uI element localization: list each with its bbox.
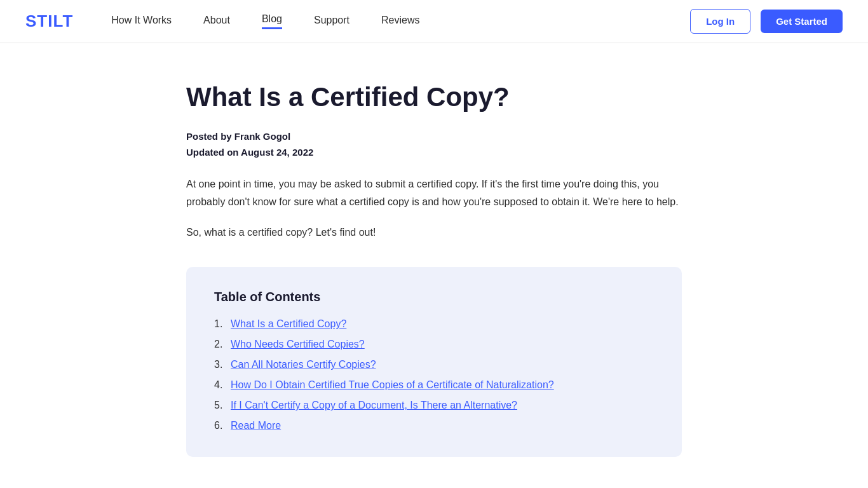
toc-item: 5. If I Can't Certify a Copy of a Docume… <box>214 400 654 411</box>
article-intro: At one point in time, you may be asked t… <box>186 175 682 211</box>
toc-number: 3. <box>214 359 227 370</box>
toc-number: 2. <box>214 339 227 350</box>
toc-item: 6. Read More <box>214 420 654 431</box>
table-of-contents: Table of Contents 1. What Is a Certified… <box>186 267 682 457</box>
toc-number: 1. <box>214 318 227 330</box>
brand-logo[interactable]: STILT <box>25 11 73 31</box>
nav-link-reviews[interactable]: Reviews <box>381 15 419 29</box>
get-started-button[interactable]: Get Started <box>761 10 843 33</box>
toc-link-3[interactable]: Can All Notaries Certify Copies? <box>231 359 376 370</box>
article-meta: Posted by Frank Gogol Updated on August … <box>186 131 682 158</box>
toc-number: 6. <box>214 420 227 431</box>
login-button[interactable]: Log In <box>690 9 750 34</box>
main-content: What Is a Certified Copy? Posted by Fran… <box>173 43 695 488</box>
article-title: What Is a Certified Copy? <box>186 81 682 113</box>
article-teaser: So, what is a certified copy? Let's find… <box>186 224 682 241</box>
toc-link-2[interactable]: Who Needs Certified Copies? <box>231 339 365 350</box>
toc-link-1[interactable]: What Is a Certified Copy? <box>231 318 346 330</box>
nav-links: How It Works About Blog Support Reviews <box>111 13 690 29</box>
nav-link-blog[interactable]: Blog <box>262 13 282 29</box>
toc-number: 5. <box>214 400 227 411</box>
toc-link-read-more[interactable]: Read More <box>231 420 281 431</box>
article-updated: Updated on August 24, 2022 <box>186 147 682 158</box>
nav-link-support[interactable]: Support <box>314 15 349 29</box>
navbar: STILT How It Works About Blog Support Re… <box>0 0 868 43</box>
toc-link-4[interactable]: How Do I Obtain Certified True Copies of… <box>231 379 554 391</box>
article-author: Posted by Frank Gogol <box>186 131 682 142</box>
toc-item: 1. What Is a Certified Copy? <box>214 318 654 330</box>
toc-list: 1. What Is a Certified Copy? 2. Who Need… <box>214 318 654 431</box>
toc-link-5[interactable]: If I Can't Certify a Copy of a Document,… <box>231 400 517 411</box>
toc-item: 2. Who Needs Certified Copies? <box>214 339 654 350</box>
navbar-actions: Log In Get Started <box>690 9 843 34</box>
toc-item: 4. How Do I Obtain Certified True Copies… <box>214 379 654 391</box>
nav-link-about[interactable]: About <box>203 15 230 29</box>
toc-number: 4. <box>214 379 227 391</box>
toc-title: Table of Contents <box>214 290 654 304</box>
toc-item: 3. Can All Notaries Certify Copies? <box>214 359 654 370</box>
nav-link-how-it-works[interactable]: How It Works <box>111 15 172 29</box>
